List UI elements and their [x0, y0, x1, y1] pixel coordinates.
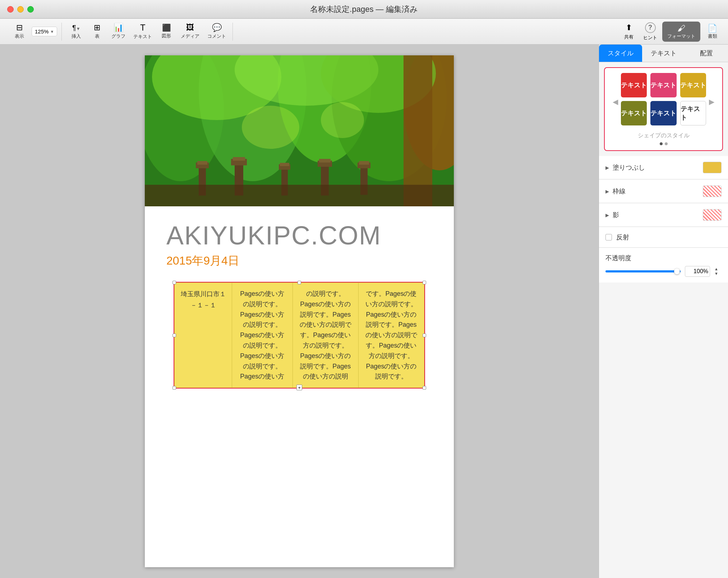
prev-styles-arrow[interactable]: ◀: [610, 97, 621, 106]
style-item-outline[interactable]: テキスト: [680, 101, 706, 125]
tab-arrange[interactable]: 配置: [685, 45, 728, 62]
table-container[interactable]: + 埼玉県川口市１－１－１ Pagesの使い方の説明です。Pagesの使い方の説…: [166, 282, 432, 389]
page-title: AKIYUKIPC.COM: [166, 221, 432, 250]
main-area: AKIYUKIPC.COM 2015年9月4日 +: [0, 45, 728, 578]
window-title: 名称未設定.pages — 編集済み: [310, 4, 418, 15]
opacity-row: 不透明度 ▲ ▼: [599, 248, 728, 283]
svg-point-11: [321, 102, 364, 138]
svg-rect-17: [233, 157, 245, 161]
yellow-table: 埼玉県川口市１－１－１ Pagesの使い方の説明です。Pagesの使い方の説明で…: [174, 283, 424, 388]
svg-rect-14: [197, 161, 207, 165]
add-row-handle[interactable]: +: [296, 385, 302, 390]
handle-top-right[interactable]: [423, 281, 426, 284]
style-item-navy[interactable]: テキスト: [650, 101, 676, 125]
format-button[interactable]: 🖌 フォーマット: [662, 22, 700, 42]
maximize-button[interactable]: [27, 6, 34, 13]
shape-style-label: シェイプのスタイル: [610, 132, 717, 139]
traffic-lights: [7, 6, 34, 13]
fill-swatch[interactable]: [703, 162, 722, 173]
photo-svg: [145, 55, 454, 206]
chart-icon: 📊: [114, 24, 123, 32]
shape-styles-panel: ◀ テキスト テキスト テキスト テキスト テキスト テキスト ▶ シェイプのス…: [604, 67, 723, 151]
fill-row: ▶ 塗りつぶし: [599, 156, 728, 179]
border-expand-arrow[interactable]: ▶: [605, 189, 609, 194]
yellow-table-wrapper[interactable]: + 埼玉県川口市１－１－１ Pagesの使い方の説明です。Pagesの使い方の説…: [174, 282, 425, 389]
shape-label: 図形: [162, 33, 171, 39]
opacity-slider-thumb[interactable]: [674, 269, 680, 274]
handle-top-middle[interactable]: [298, 281, 301, 284]
doc-button[interactable]: 📄 書類: [702, 22, 722, 42]
shape-button[interactable]: ⬛ 図形: [157, 23, 176, 41]
table-row: 埼玉県川口市１－１－１ Pagesの使い方の説明です。Pagesの使い方の説明で…: [175, 283, 424, 388]
zoom-dropdown-arrow: ▼: [50, 29, 54, 34]
table-label: 表: [95, 33, 100, 40]
opacity-decrement[interactable]: ▼: [714, 271, 722, 276]
sidebar-tabs: スタイル テキスト 配置: [599, 45, 728, 62]
svg-rect-26: [359, 161, 369, 165]
reflection-label: 反射: [616, 233, 722, 242]
insert-label: 挿入: [72, 33, 81, 40]
shadow-row: ▶ 影: [599, 203, 728, 227]
insert-group: ¶▼ 挿入 ⊞ 表 📊 グラフ T テキスト ⬛ 図形 🖼 メディア 💬 コメン…: [63, 23, 233, 41]
handle-top-left[interactable]: [172, 281, 176, 284]
page-photo: [145, 55, 454, 206]
opacity-slider[interactable]: [605, 270, 681, 272]
media-icon: 🖼: [186, 24, 194, 32]
opacity-label: 不透明度: [605, 254, 722, 262]
comment-icon: 💬: [212, 24, 222, 32]
tab-style[interactable]: スタイル: [599, 45, 642, 62]
opacity-input[interactable]: [685, 266, 710, 277]
chart-button[interactable]: 📊 グラフ: [109, 22, 128, 41]
table-icon: ⊞: [94, 24, 100, 32]
text-button[interactable]: T テキスト: [130, 22, 155, 41]
minimize-button[interactable]: [17, 6, 24, 13]
opacity-stepper: ▲ ▼: [714, 267, 722, 276]
dot-1: [660, 142, 663, 145]
format-icon: 🖌: [677, 24, 685, 33]
handle-middle-left[interactable]: [172, 334, 176, 337]
handle-bottom-right[interactable]: [423, 386, 426, 390]
style-item-pink[interactable]: テキスト: [650, 73, 676, 97]
next-styles-arrow[interactable]: ▶: [706, 97, 717, 106]
insert-icon: ¶▼: [72, 24, 80, 32]
reflection-checkbox[interactable]: [605, 234, 612, 240]
share-button[interactable]: ⬆ 共有: [619, 22, 638, 42]
doc-icon: 📄: [708, 24, 717, 33]
comment-button[interactable]: 💬 コメント: [204, 22, 229, 41]
fill-label: 塗りつぶし: [613, 163, 703, 172]
opacity-increment[interactable]: ▲: [714, 267, 722, 271]
style-item-yellow[interactable]: テキスト: [680, 73, 706, 97]
view-button[interactable]: ⊟ 表示: [10, 22, 29, 41]
close-button[interactable]: [7, 6, 14, 13]
hint-icon: ?: [645, 22, 656, 33]
svg-rect-20: [280, 163, 289, 166]
hint-button[interactable]: ? ヒント: [640, 21, 660, 42]
share-label: 共有: [624, 34, 633, 40]
insert-button[interactable]: ¶▼ 挿入: [67, 22, 86, 41]
zoom-control[interactable]: 125% ▼: [32, 27, 57, 36]
tab-text[interactable]: テキスト: [642, 45, 685, 62]
style-item-olive[interactable]: テキスト: [621, 101, 647, 125]
handle-middle-right[interactable]: [423, 334, 426, 337]
border-swatch[interactable]: [703, 185, 722, 197]
svg-point-10: [242, 106, 299, 149]
document-area[interactable]: AKIYUKIPC.COM 2015年9月4日 +: [0, 45, 599, 578]
view-label: 表示: [15, 33, 24, 40]
shadow-swatch[interactable]: [703, 209, 722, 221]
table-cell-2[interactable]: Pagesの使い方の説明です。Pagesの使い方の説明です。Pagesの使い方の…: [232, 283, 293, 388]
doc-label: 書類: [708, 33, 717, 40]
share-icon: ⬆: [626, 23, 632, 32]
table-cell-3[interactable]: の説明です。Pagesの使い方の説明です。Pagesの使い方の説明です。Page…: [292, 283, 358, 388]
table-button[interactable]: ⊞ 表: [88, 22, 106, 41]
panel-dots: [610, 142, 717, 145]
table-cell-1[interactable]: 埼玉県川口市１－１－１: [175, 283, 232, 388]
style-item-red[interactable]: テキスト: [621, 73, 647, 97]
table-cell-4[interactable]: です。Pagesの使い方の説明です。Pagesの使い方の説明です。Pagesの使…: [358, 283, 424, 388]
media-button[interactable]: 🖼 メディア: [178, 22, 202, 41]
page-content: AKIYUKIPC.COM 2015年9月4日 +: [145, 206, 454, 403]
handle-bottom-left[interactable]: [172, 386, 176, 390]
reflection-row: 反射: [599, 227, 728, 248]
shadow-expand-arrow[interactable]: ▶: [605, 212, 609, 218]
toolbar: ⊟ 表示 125% ▼ ¶▼ 挿入 ⊞ 表 📊 グラフ T テキスト ⬛ 図形: [0, 19, 728, 45]
fill-expand-arrow[interactable]: ▶: [605, 165, 609, 170]
